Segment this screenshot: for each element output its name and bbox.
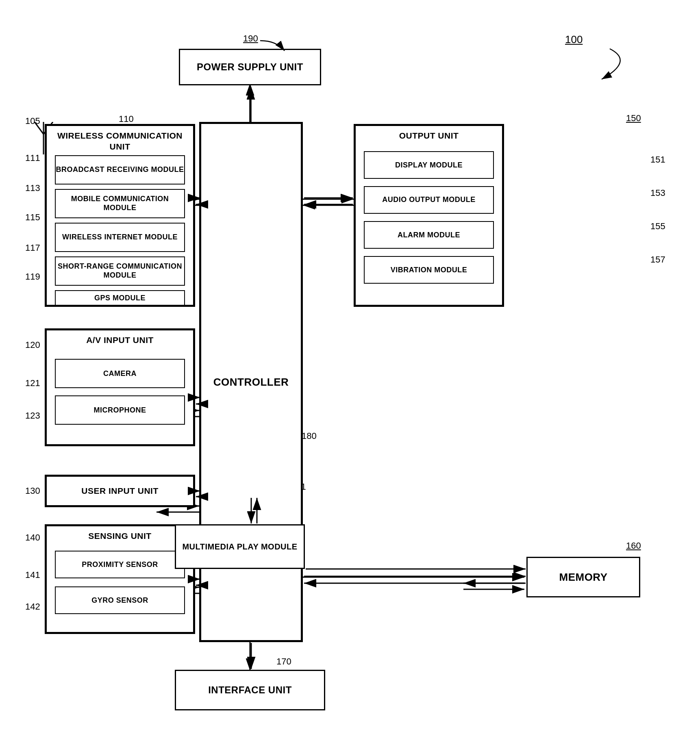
audio-output-label: AUDIO OUTPUT MODULE bbox=[382, 195, 476, 204]
gps-label: GPS MODULE bbox=[94, 294, 146, 302]
ref-157: 157 bbox=[650, 254, 665, 265]
ref-141: 141 bbox=[25, 570, 40, 580]
ref-113: 113 bbox=[25, 183, 40, 193]
ref-100: 100 bbox=[565, 33, 583, 46]
microphone-label: MICROPHONE bbox=[93, 406, 146, 415]
gps-block: GPS MODULE bbox=[55, 290, 185, 306]
user-input-label: USER INPUT UNIT bbox=[81, 486, 159, 496]
ref-140: 140 bbox=[25, 532, 40, 543]
display-block: DISPLAY MODULE bbox=[364, 151, 494, 179]
diagram: 100 105 110 111 113 115 117 119 120 121 … bbox=[0, 0, 700, 736]
camera-label: CAMERA bbox=[103, 369, 137, 378]
vibration-block: VIBRATION MODULE bbox=[364, 256, 494, 284]
proximity-block: PROXIMITY SENSOR bbox=[55, 551, 185, 578]
mobile-comm-label: MOBILE COMMUNICATION MODULE bbox=[56, 195, 184, 212]
power-supply-label: POWER SUPPLY UNIT bbox=[197, 61, 303, 73]
vibration-label: VIBRATION MODULE bbox=[391, 266, 467, 274]
ref-153: 153 bbox=[650, 188, 665, 198]
svg-line-21 bbox=[35, 122, 43, 134]
wireless-internet-block: WIRELESS INTERNET MODULE bbox=[55, 223, 185, 252]
ref-151: 151 bbox=[650, 154, 665, 165]
ref-170: 170 bbox=[276, 656, 291, 667]
alarm-label: ALARM MODULE bbox=[398, 231, 460, 239]
ref-155: 155 bbox=[650, 221, 665, 232]
interface-block: INTERFACE UNIT bbox=[175, 670, 325, 710]
sensing-label: SENSING UNIT bbox=[47, 531, 193, 541]
ref-123: 123 bbox=[25, 410, 40, 421]
sensing-unit-block: SENSING UNIT PROXIMITY SENSOR GYRO SENSO… bbox=[45, 524, 195, 634]
ref-190: 190 bbox=[243, 33, 258, 44]
ref-160: 160 bbox=[626, 541, 641, 551]
microphone-block: MICROPHONE bbox=[55, 395, 185, 425]
ref-115: 115 bbox=[25, 212, 40, 223]
output-unit-block: OUTPUT UNIT DISPLAY MODULE AUDIO OUTPUT … bbox=[354, 124, 504, 307]
multimedia-block: MULTIMEDIA PLAY MODULE bbox=[175, 524, 305, 569]
wireless-comm-block: WIRELESS COMMUNICATION UNIT BROADCAST RE… bbox=[45, 124, 195, 307]
controller-label: CONTROLLER bbox=[213, 376, 289, 389]
memory-label: MEMORY bbox=[559, 571, 607, 584]
broadcast-block: BROADCAST RECEIVING MODULE bbox=[55, 155, 185, 185]
ref-180: 180 bbox=[302, 431, 317, 441]
short-range-label: SHORT-RANGE COMMUNICATION MODULE bbox=[56, 262, 184, 280]
output-label: OUTPUT UNIT bbox=[356, 131, 502, 141]
proximity-label: PROXIMITY SENSOR bbox=[82, 560, 158, 569]
broadcast-label: BROADCAST RECEIVING MODULE bbox=[56, 165, 184, 174]
interface-label: INTERFACE UNIT bbox=[208, 684, 292, 696]
gyro-label: GYRO SENSOR bbox=[91, 596, 148, 605]
ref-150: 150 bbox=[626, 113, 641, 124]
ref-142: 142 bbox=[25, 601, 40, 612]
ref-130: 130 bbox=[25, 486, 40, 496]
ref-120: 120 bbox=[25, 340, 40, 350]
av-input-label: A/V INPUT UNIT bbox=[47, 335, 193, 345]
display-label: DISPLAY MODULE bbox=[395, 161, 463, 169]
memory-block: MEMORY bbox=[526, 557, 640, 597]
power-supply-block: POWER SUPPLY UNIT bbox=[179, 49, 321, 85]
ref-110: 110 bbox=[119, 114, 134, 124]
wireless-internet-label: WIRELESS INTERNET MODULE bbox=[62, 233, 178, 242]
multimedia-label: MULTIMEDIA PLAY MODULE bbox=[182, 541, 297, 552]
ref-121: 121 bbox=[25, 378, 40, 389]
wireless-comm-label: WIRELESS COMMUNICATION UNIT bbox=[47, 130, 193, 152]
audio-output-block: AUDIO OUTPUT MODULE bbox=[364, 186, 494, 214]
user-input-block: USER INPUT UNIT bbox=[45, 475, 195, 507]
gyro-block: GYRO SENSOR bbox=[55, 586, 185, 614]
short-range-block: SHORT-RANGE COMMUNICATION MODULE bbox=[55, 256, 185, 286]
alarm-block: ALARM MODULE bbox=[364, 221, 494, 249]
av-input-block: A/V INPUT UNIT CAMERA MICROPHONE bbox=[45, 328, 195, 446]
ref-117: 117 bbox=[25, 243, 40, 253]
camera-block: CAMERA bbox=[55, 359, 185, 388]
ref-119: 119 bbox=[25, 271, 40, 282]
mobile-comm-block: MOBILE COMMUNICATION MODULE bbox=[55, 189, 185, 218]
